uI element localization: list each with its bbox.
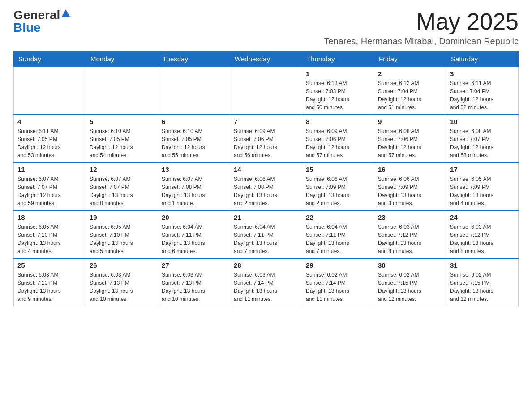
week-row-2: 4Sunrise: 6:11 AMSunset: 7:05 PMDaylight… <box>14 115 519 163</box>
day-info: Sunrise: 6:03 AMSunset: 7:13 PMDaylight:… <box>162 271 226 303</box>
calendar-cell: 11Sunrise: 6:07 AMSunset: 7:07 PMDayligh… <box>14 163 86 210</box>
day-number: 15 <box>306 166 370 173</box>
day-info: Sunrise: 6:09 AMSunset: 7:06 PMDaylight:… <box>234 127 298 159</box>
calendar-cell: 4Sunrise: 6:11 AMSunset: 7:05 PMDaylight… <box>14 115 86 163</box>
day-number: 16 <box>378 166 442 173</box>
day-info: Sunrise: 6:08 AMSunset: 7:07 PMDaylight:… <box>450 127 515 159</box>
calendar-cell: 3Sunrise: 6:11 AMSunset: 7:04 PMDaylight… <box>446 67 519 115</box>
day-info: Sunrise: 6:07 AMSunset: 7:07 PMDaylight:… <box>90 175 154 207</box>
day-number: 2 <box>378 70 442 77</box>
day-info: Sunrise: 6:03 AMSunset: 7:13 PMDaylight:… <box>90 271 154 303</box>
day-number: 26 <box>90 261 154 269</box>
calendar-cell: 5Sunrise: 6:10 AMSunset: 7:05 PMDaylight… <box>86 115 158 163</box>
calendar-cell <box>86 67 158 115</box>
day-number: 29 <box>306 261 370 269</box>
week-row-4: 18Sunrise: 6:05 AMSunset: 7:10 PMDayligh… <box>14 210 519 258</box>
calendar-cell: 1Sunrise: 6:13 AMSunset: 7:03 PMDaylight… <box>302 67 374 115</box>
day-number: 3 <box>450 70 515 77</box>
calendar-cell: 15Sunrise: 6:06 AMSunset: 7:09 PMDayligh… <box>302 163 374 210</box>
title-block: May 2025 Tenares, Hermanas Mirabal, Domi… <box>324 9 519 47</box>
day-number: 25 <box>17 261 82 269</box>
day-info: Sunrise: 6:06 AMSunset: 7:08 PMDaylight:… <box>234 175 298 207</box>
day-number: 7 <box>234 118 298 125</box>
day-number: 28 <box>234 261 298 269</box>
calendar-cell: 22Sunrise: 6:04 AMSunset: 7:11 PMDayligh… <box>302 210 374 258</box>
day-number: 13 <box>162 166 226 173</box>
calendar-cell: 14Sunrise: 6:06 AMSunset: 7:08 PMDayligh… <box>230 163 302 210</box>
day-info: Sunrise: 6:05 AMSunset: 7:09 PMDaylight:… <box>450 175 515 207</box>
weekday-header-wednesday: Wednesday <box>230 51 302 67</box>
day-number: 18 <box>17 214 82 221</box>
logo-text-blue: Blue <box>13 21 41 34</box>
calendar-cell: 18Sunrise: 6:05 AMSunset: 7:10 PMDayligh… <box>14 210 86 258</box>
calendar-cell: 2Sunrise: 6:12 AMSunset: 7:04 PMDaylight… <box>374 67 446 115</box>
calendar-cell: 27Sunrise: 6:03 AMSunset: 7:13 PMDayligh… <box>158 258 230 306</box>
calendar-cell: 13Sunrise: 6:07 AMSunset: 7:08 PMDayligh… <box>158 163 230 210</box>
calendar-cell: 19Sunrise: 6:05 AMSunset: 7:10 PMDayligh… <box>86 210 158 258</box>
day-number: 8 <box>306 118 370 125</box>
day-number: 14 <box>234 166 298 173</box>
day-number: 22 <box>306 214 370 221</box>
day-number: 19 <box>90 214 154 221</box>
weekday-header-tuesday: Tuesday <box>158 51 230 67</box>
day-number: 17 <box>450 166 515 173</box>
week-row-1: 1Sunrise: 6:13 AMSunset: 7:03 PMDaylight… <box>14 67 519 115</box>
day-info: Sunrise: 6:07 AMSunset: 7:07 PMDaylight:… <box>17 175 82 207</box>
day-number: 10 <box>450 118 515 125</box>
calendar-cell: 25Sunrise: 6:03 AMSunset: 7:13 PMDayligh… <box>14 258 86 306</box>
day-number: 6 <box>162 118 226 125</box>
day-info: Sunrise: 6:04 AMSunset: 7:11 PMDaylight:… <box>234 223 298 255</box>
day-info: Sunrise: 6:02 AMSunset: 7:15 PMDaylight:… <box>378 271 442 303</box>
day-info: Sunrise: 6:02 AMSunset: 7:15 PMDaylight:… <box>450 271 515 303</box>
calendar-cell: 24Sunrise: 6:03 AMSunset: 7:12 PMDayligh… <box>446 210 519 258</box>
calendar-table: SundayMondayTuesdayWednesdayThursdayFrid… <box>13 51 519 306</box>
calendar-cell: 10Sunrise: 6:08 AMSunset: 7:07 PMDayligh… <box>446 115 519 163</box>
day-number: 24 <box>450 214 515 221</box>
weekday-header-row: SundayMondayTuesdayWednesdayThursdayFrid… <box>14 51 519 67</box>
week-row-3: 11Sunrise: 6:07 AMSunset: 7:07 PMDayligh… <box>14 163 519 210</box>
calendar-cell: 21Sunrise: 6:04 AMSunset: 7:11 PMDayligh… <box>230 210 302 258</box>
calendar-cell <box>230 67 302 115</box>
day-info: Sunrise: 6:06 AMSunset: 7:09 PMDaylight:… <box>378 175 442 207</box>
weekday-header-thursday: Thursday <box>302 51 374 67</box>
day-number: 12 <box>90 166 154 173</box>
calendar-cell: 31Sunrise: 6:02 AMSunset: 7:15 PMDayligh… <box>446 258 519 306</box>
weekday-header-saturday: Saturday <box>446 51 519 67</box>
calendar-cell: 29Sunrise: 6:02 AMSunset: 7:14 PMDayligh… <box>302 258 374 306</box>
logo-text-general: General <box>13 9 60 21</box>
page-header: General Blue May 2025 Tenares, Hermanas … <box>13 9 519 47</box>
day-number: 9 <box>378 118 442 125</box>
day-number: 20 <box>162 214 226 221</box>
calendar-cell <box>158 67 230 115</box>
calendar-cell: 16Sunrise: 6:06 AMSunset: 7:09 PMDayligh… <box>374 163 446 210</box>
day-info: Sunrise: 6:05 AMSunset: 7:10 PMDaylight:… <box>90 223 154 255</box>
day-info: Sunrise: 6:09 AMSunset: 7:06 PMDaylight:… <box>306 127 370 159</box>
calendar-cell: 23Sunrise: 6:03 AMSunset: 7:12 PMDayligh… <box>374 210 446 258</box>
day-info: Sunrise: 6:03 AMSunset: 7:14 PMDaylight:… <box>234 271 298 303</box>
calendar-cell: 6Sunrise: 6:10 AMSunset: 7:05 PMDaylight… <box>158 115 230 163</box>
calendar-cell: 26Sunrise: 6:03 AMSunset: 7:13 PMDayligh… <box>86 258 158 306</box>
weekday-header-friday: Friday <box>374 51 446 67</box>
calendar-cell: 20Sunrise: 6:04 AMSunset: 7:11 PMDayligh… <box>158 210 230 258</box>
day-number: 11 <box>17 166 82 173</box>
day-info: Sunrise: 6:03 AMSunset: 7:12 PMDaylight:… <box>450 223 515 255</box>
day-number: 1 <box>306 70 370 77</box>
calendar-cell <box>14 67 86 115</box>
day-info: Sunrise: 6:04 AMSunset: 7:11 PMDaylight:… <box>162 223 226 255</box>
day-number: 31 <box>450 261 515 269</box>
day-info: Sunrise: 6:08 AMSunset: 7:06 PMDaylight:… <box>378 127 442 159</box>
calendar-cell: 12Sunrise: 6:07 AMSunset: 7:07 PMDayligh… <box>86 163 158 210</box>
day-number: 23 <box>378 214 442 221</box>
logo-triangle-icon <box>61 9 70 17</box>
day-info: Sunrise: 6:02 AMSunset: 7:14 PMDaylight:… <box>306 271 370 303</box>
calendar-cell: 9Sunrise: 6:08 AMSunset: 7:06 PMDaylight… <box>374 115 446 163</box>
day-info: Sunrise: 6:11 AMSunset: 7:04 PMDaylight:… <box>450 79 515 111</box>
day-info: Sunrise: 6:10 AMSunset: 7:05 PMDaylight:… <box>90 127 154 159</box>
day-number: 27 <box>162 261 226 269</box>
week-row-5: 25Sunrise: 6:03 AMSunset: 7:13 PMDayligh… <box>14 258 519 306</box>
day-info: Sunrise: 6:03 AMSunset: 7:13 PMDaylight:… <box>17 271 82 303</box>
day-number: 21 <box>234 214 298 221</box>
day-info: Sunrise: 6:12 AMSunset: 7:04 PMDaylight:… <box>378 79 442 111</box>
day-number: 30 <box>378 261 442 269</box>
calendar-cell: 28Sunrise: 6:03 AMSunset: 7:14 PMDayligh… <box>230 258 302 306</box>
